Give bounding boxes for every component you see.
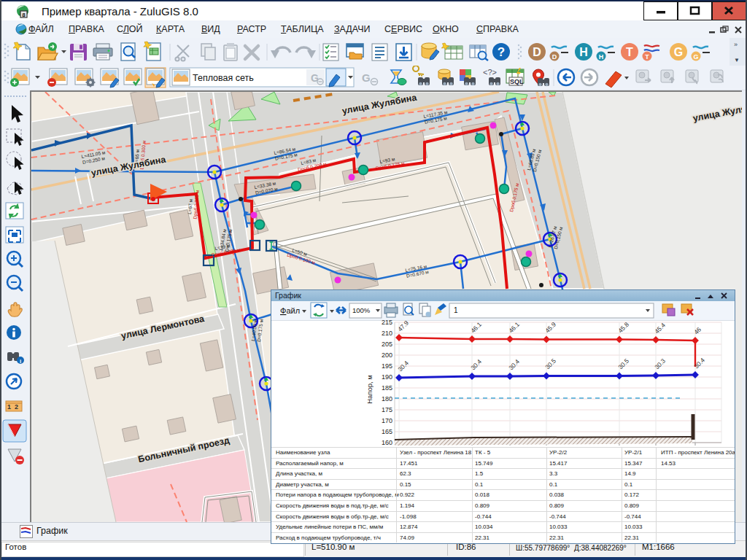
svg-text:2: 2 [15, 403, 18, 411]
svg-text:G: G [362, 71, 371, 84]
svg-text:30.5: 30.5 [616, 357, 630, 370]
svg-text:H: H [599, 53, 604, 61]
svg-text:i: i [20, 358, 21, 365]
svg-text:<?>: <?> [483, 68, 497, 77]
svg-text:Тепловая сеть: Тепловая сеть [193, 73, 254, 83]
svg-text:30.4: 30.4 [507, 357, 521, 371]
svg-text:D: D [533, 46, 541, 58]
svg-text:210: 210 [382, 330, 392, 337]
svg-text:30.4: 30.4 [396, 359, 410, 373]
svg-text:H: H [579, 46, 588, 58]
svg-text:195: 195 [382, 362, 392, 370]
svg-text:Файл: Файл [280, 306, 300, 315]
svg-text:G: G [693, 53, 698, 61]
svg-text:200: 200 [382, 351, 392, 359]
svg-text:165: 165 [382, 428, 392, 435]
svg-text:175: 175 [382, 406, 392, 413]
svg-text:180: 180 [382, 395, 392, 402]
svg-text:T: T [645, 53, 649, 61]
svg-text:G: G [674, 46, 683, 58]
svg-text:D: D [552, 53, 557, 61]
svg-text:30.4: 30.4 [469, 357, 483, 371]
svg-text:T: T [626, 46, 633, 58]
svg-text:30.5: 30.5 [543, 357, 557, 370]
svg-text:205: 205 [382, 341, 392, 348]
svg-text:185: 185 [382, 384, 392, 392]
svg-text:?: ? [498, 45, 505, 59]
svg-text:»: » [734, 41, 738, 48]
svg-text:▼: ▼ [734, 57, 740, 63]
svg-text:8: 8 [22, 12, 26, 18]
svg-text:215: 215 [382, 320, 392, 326]
svg-text:30.3: 30.3 [653, 357, 667, 370]
svg-text:100%: 100% [352, 306, 371, 314]
svg-text:46: 46 [692, 325, 703, 335]
svg-text:1: 1 [454, 306, 458, 314]
svg-text:190: 190 [382, 373, 392, 381]
svg-text:SQL: SQL [510, 78, 524, 85]
svg-text:170: 170 [382, 417, 392, 424]
svg-text:1: 1 [7, 403, 11, 411]
svg-text:Напор, м: Напор, м [365, 375, 374, 404]
svg-text:160: 160 [382, 439, 392, 446]
